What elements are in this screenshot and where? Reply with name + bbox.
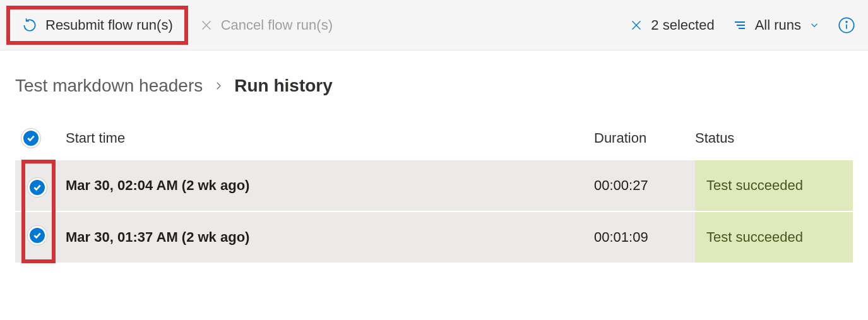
run-history-table: Start time Duration Status Mar 30, 02:04…	[0, 109, 868, 264]
filter-icon	[732, 18, 747, 33]
table-row[interactable]: Mar 30, 01:37 AM (2 wk ago) 00:01:09 Tes…	[15, 212, 853, 264]
breadcrumb-current: Run history	[234, 76, 333, 96]
breadcrumb-parent[interactable]: Test markdown headers	[15, 76, 203, 96]
clear-selection-button[interactable]: 2 selected	[629, 17, 714, 33]
toolbar-right: 2 selected All runs	[629, 16, 855, 34]
row-checkbox[interactable]	[28, 178, 47, 197]
select-all-checkbox[interactable]	[21, 129, 40, 148]
command-bar: Resubmit flow run(s) Cancel flow run(s) …	[0, 0, 868, 50]
refresh-icon	[21, 17, 38, 33]
checkbox-highlight	[21, 160, 56, 211]
checkbox-highlight	[21, 211, 56, 263]
filter-dropdown[interactable]: All runs	[732, 17, 820, 33]
table-row[interactable]: Mar 30, 02:04 AM (2 wk ago) 00:00:27 Tes…	[15, 160, 853, 212]
resubmit-label: Resubmit flow run(s)	[45, 17, 173, 33]
resubmit-highlight: Resubmit flow run(s)	[6, 6, 188, 45]
column-header-status[interactable]: Status	[695, 130, 853, 146]
chevron-down-icon	[809, 20, 820, 31]
column-header-start[interactable]: Start time	[66, 130, 594, 146]
select-all-cell	[15, 129, 66, 148]
filter-label: All runs	[755, 17, 801, 33]
svg-point-2	[846, 21, 847, 22]
row-duration: 00:00:27	[594, 177, 695, 194]
table-header-row: Start time Duration Status	[15, 121, 853, 160]
chevron-right-icon	[213, 80, 224, 92]
x-icon	[199, 18, 213, 32]
cancel-button: Cancel flow run(s)	[188, 9, 344, 41]
status-badge: Test succeeded	[695, 212, 853, 263]
resubmit-button[interactable]: Resubmit flow run(s)	[10, 9, 184, 41]
row-duration: 00:01:09	[594, 229, 695, 246]
column-header-duration[interactable]: Duration	[594, 130, 695, 146]
cancel-label: Cancel flow run(s)	[221, 17, 333, 33]
row-start-time: Mar 30, 01:37 AM (2 wk ago)	[66, 229, 594, 246]
row-checkbox[interactable]	[28, 226, 47, 245]
x-icon	[629, 18, 643, 32]
row-checkbox-cell	[15, 160, 66, 211]
breadcrumb: Test markdown headers Run history	[0, 50, 868, 109]
info-button[interactable]	[838, 16, 855, 34]
row-checkbox-cell	[15, 211, 66, 263]
selection-count-label: 2 selected	[651, 17, 714, 33]
row-start-time: Mar 30, 02:04 AM (2 wk ago)	[66, 177, 594, 194]
status-badge: Test succeeded	[695, 160, 853, 211]
